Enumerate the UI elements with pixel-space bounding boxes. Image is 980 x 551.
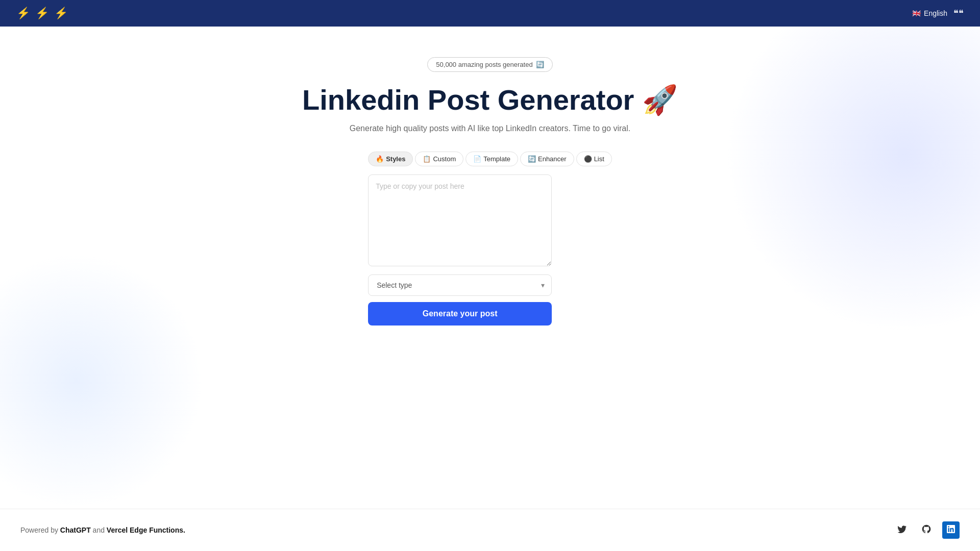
- social-icons: [893, 521, 960, 539]
- posts-badge: 50,000 amazing posts generated 🔄: [427, 57, 552, 72]
- navbar-logo: ⚡ ⚡ ⚡: [16, 7, 69, 20]
- template-label: Template: [483, 155, 510, 163]
- styles-icon: 🔥: [376, 155, 384, 163]
- github-icon: [921, 524, 932, 537]
- template-icon: 📄: [473, 155, 481, 163]
- tab-styles[interactable]: 🔥 Styles: [368, 152, 413, 166]
- list-label: List: [594, 155, 604, 163]
- page-subtitle: Generate high quality posts with AI like…: [350, 124, 631, 133]
- styles-label: Styles: [386, 155, 405, 163]
- navbar-right: 🇬🇧 English ❝❝: [912, 8, 964, 19]
- badge-text: 50,000 amazing posts generated: [436, 61, 532, 68]
- quote-icon[interactable]: ❝❝: [953, 8, 964, 19]
- post-textarea[interactable]: [368, 174, 552, 266]
- chatgpt-label: ChatGPT: [60, 526, 91, 534]
- enhancer-label: Enhancer: [538, 155, 567, 163]
- and-text: and: [93, 526, 107, 534]
- linkedin-link[interactable]: [942, 521, 960, 539]
- powered-by-text: Powered by: [20, 526, 60, 534]
- type-select[interactable]: Select type: [368, 274, 552, 296]
- language-label: English: [924, 9, 947, 17]
- linkedin-icon: [947, 525, 955, 536]
- enhancer-icon: 🔄: [528, 155, 536, 163]
- tab-list[interactable]: ⚫ List: [576, 152, 612, 166]
- tab-group: 🔥 Styles 📋 Custom 📄 Template 🔄 Enhancer …: [368, 152, 612, 166]
- flag-icon: 🇬🇧: [912, 9, 921, 17]
- custom-label: Custom: [433, 155, 456, 163]
- footer-credits: Powered by ChatGPT and Vercel Edge Funct…: [20, 526, 185, 534]
- post-form: Select type ▾ Generate your post: [368, 174, 552, 325]
- twitter-link[interactable]: [893, 521, 911, 539]
- custom-icon: 📋: [423, 155, 431, 163]
- list-icon: ⚫: [584, 155, 592, 163]
- generate-button[interactable]: Generate your post: [368, 302, 552, 325]
- tab-template[interactable]: 📄 Template: [465, 152, 518, 166]
- language-selector[interactable]: 🇬🇧 English: [912, 9, 947, 17]
- tab-custom[interactable]: 📋 Custom: [415, 152, 463, 166]
- content-wrapper: 🔥 Styles 📋 Custom 📄 Template 🔄 Enhancer …: [368, 152, 612, 325]
- github-link[interactable]: [918, 521, 935, 539]
- navbar: ⚡ ⚡ ⚡ 🇬🇧 English ❝❝: [0, 0, 980, 27]
- type-select-wrapper: Select type ▾: [368, 274, 552, 296]
- page-title: Linkedin Post Generator 🚀: [302, 84, 678, 116]
- twitter-icon: [897, 524, 907, 537]
- footer: Powered by ChatGPT and Vercel Edge Funct…: [0, 509, 980, 551]
- tab-enhancer[interactable]: 🔄 Enhancer: [520, 152, 574, 166]
- main-content: 50,000 amazing posts generated 🔄 Linkedi…: [0, 27, 980, 509]
- badge-icon: 🔄: [536, 61, 544, 68]
- vercel-label: Vercel Edge Functions.: [107, 526, 185, 534]
